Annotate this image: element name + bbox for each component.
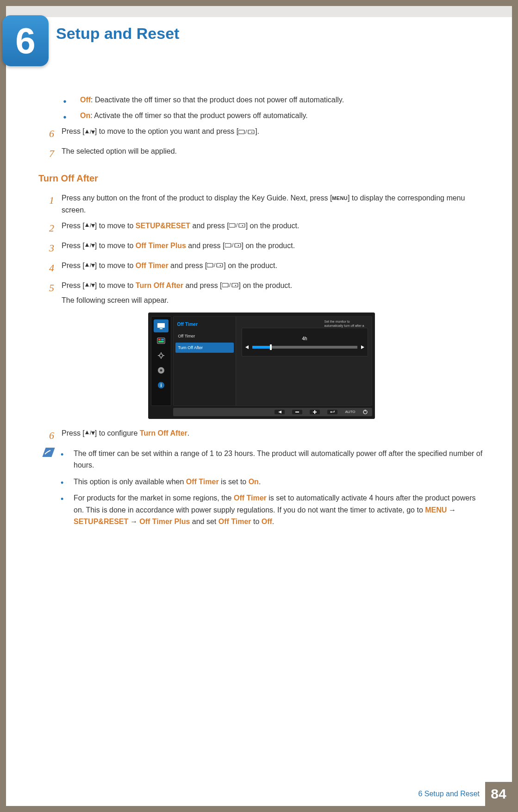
svg-text:/: / [90,223,92,228]
osd-sidebar: i [151,316,171,406]
svg-rect-34 [161,339,164,340]
step-number-6b: 6 [38,427,54,443]
toa-step-3: Press [/] to move to Off Timer Plus and … [62,240,295,256]
svg-rect-23 [217,263,223,267]
osd-sb-settings-icon [154,364,169,377]
page-number: 84 [485,782,512,806]
note-icon [41,448,53,457]
rect-enter-icon: / [238,127,255,135]
svg-rect-15 [225,244,231,247]
footer: 6 Setup and Reset 84 [6,782,512,806]
step-number-6: 6 [38,125,54,142]
bullet-dot: • [61,492,67,528]
step-number-7: 7 [38,145,54,162]
svg-text:/: / [214,262,216,268]
svg-rect-27 [222,283,228,287]
bullet-dot: • [61,448,67,471]
note-1: The off timer can be set within a range … [74,448,484,471]
osd-nav-left-icon [275,410,285,414]
section-heading: Turn Off After [38,171,484,186]
up-down-icon: / [85,243,95,248]
rect-enter-icon: / [229,223,246,228]
osd-minus-icon [292,410,302,414]
toa-step-6: Press [/] to configure Turn Off After. [62,427,189,443]
toa-step-5: Press [/] to move to Turn Off After and … [62,280,292,306]
svg-rect-35 [158,341,164,343]
menu-key-icon: MENU [332,195,348,201]
svg-marker-52 [91,431,95,435]
osd-main: Off Timer Off Timer Turn Off After Set t… [173,316,372,406]
step-7-text: The selected option will be applied. [62,145,177,162]
footer-label: 6 Setup and Reset [418,790,480,798]
svg-marker-47 [330,411,331,413]
osd-screenshot: i Off Timer Off Timer Turn Off After Set… [148,312,375,419]
svg-rect-36 [160,354,162,357]
svg-marker-26 [91,284,95,287]
bullet-dot: • [57,94,73,106]
svg-rect-11 [239,224,245,227]
up-down-icon: / [85,430,95,436]
svg-rect-9 [229,224,235,227]
svg-text:/: / [90,262,92,268]
svg-rect-21 [207,263,213,267]
svg-text:/: / [229,282,231,288]
step-number-2: 2 [38,220,54,236]
osd-title: Off Timer [175,319,234,331]
svg-marker-14 [91,244,95,248]
toa-step-2: Press [/] to move to SETUP&RESET and pre… [62,220,299,236]
svg-text:/: / [90,430,92,436]
osd-sb-info-icon: i [154,379,169,392]
svg-rect-17 [235,244,241,247]
up-down-icon: / [85,262,95,268]
note-2: This option is only available when Off T… [74,476,261,488]
svg-marker-42 [361,345,364,349]
svg-marker-43 [278,411,281,413]
step-number-4: 4 [38,260,54,276]
osd-value: 4h [302,335,307,343]
bullet-on: On: Activate the off timer so that the p… [80,110,484,122]
svg-text:/: / [245,129,247,135]
osd-option-turn-off-after: Turn Off After [175,343,234,353]
svg-rect-44 [295,412,299,412]
up-down-icon: / [85,282,95,288]
svg-marker-8 [91,224,95,228]
up-down-icon: / [85,127,95,135]
svg-rect-33 [158,339,161,340]
svg-rect-49 [365,410,365,412]
step-number-5: 5 [38,280,54,306]
svg-marker-20 [91,264,95,268]
step-number-3: 3 [38,240,54,256]
svg-marker-18 [85,263,89,267]
svg-rect-30 [157,323,165,328]
svg-rect-3 [238,130,244,134]
step-6-text: Press [/] to move to the option you want… [62,125,259,142]
step-number-1: 1 [38,192,54,216]
bullet-dot: • [57,110,73,122]
svg-text:/: / [90,282,92,288]
svg-marker-6 [85,223,89,227]
osd-sb-display-icon [154,319,169,332]
osd-button-bar: AUTO [173,408,372,416]
chapter-title: Setup and Reset [56,25,179,43]
svg-marker-41 [245,345,249,349]
note-3: For products for the market in some regi… [74,492,484,528]
svg-marker-2 [91,131,95,134]
svg-text:/: / [236,223,238,228]
svg-marker-24 [85,283,89,287]
bullet-off: Off: Deactivate the off timer so that th… [80,94,484,106]
osd-slider: 4h [242,328,368,356]
svg-text:/: / [90,243,92,248]
svg-rect-31 [160,328,162,329]
svg-rect-29 [232,283,238,287]
svg-marker-50 [85,431,89,434]
left-arrow-icon [245,345,249,349]
rect-enter-icon: / [222,282,239,288]
osd-power-icon [363,410,368,414]
osd-sb-picture-icon [154,334,169,347]
chapter-badge: 6 [2,15,49,66]
svg-rect-46 [314,410,315,414]
osd-option-off-timer: Off Timer [175,331,234,341]
rect-enter-icon: / [207,262,224,268]
osd-plus-icon [310,410,320,414]
svg-text:/: / [90,129,92,135]
